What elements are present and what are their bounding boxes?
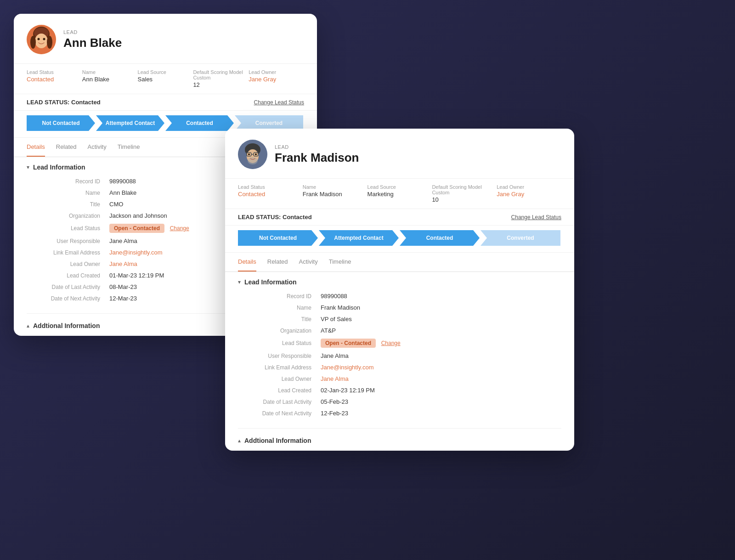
change-status-button[interactable]: Change: [170, 225, 189, 232]
field-label-user-responsible: User Responsible: [238, 353, 321, 359]
field-label-email: Link Email Address: [27, 249, 109, 256]
field-label-title: Title: [238, 316, 321, 322]
avatar: [238, 140, 267, 169]
additional-info-title: Addtional Information: [244, 437, 311, 444]
meta-lead-status-value[interactable]: Contacted: [27, 76, 82, 83]
field-label-record-id: Record ID: [238, 293, 321, 300]
meta-scoring-value: 10: [432, 196, 497, 203]
meta-name-label: Name: [82, 69, 138, 75]
field-value-lead-owner[interactable]: Jane Alma: [321, 375, 561, 382]
lead-info-title: Lead Information: [33, 164, 85, 171]
meta-owner: Lead Owner Jane Gray: [249, 69, 304, 88]
lead-name: Frank Madison: [275, 151, 359, 165]
field-label-organization: Organization: [27, 213, 109, 219]
tab-timeline[interactable]: Timeline: [118, 138, 140, 157]
lead-name: Ann Blake: [63, 36, 122, 50]
table-row: Lead Owner Jane Alma: [238, 373, 561, 385]
meta-name-value: Ann Blake: [82, 76, 138, 83]
tabs: Details Related Activity Timeline: [225, 253, 574, 272]
meta-lead-source-label: Lead Source: [368, 184, 432, 190]
table-row: Record ID 98990088: [238, 290, 561, 302]
pipeline-step-not-contacted[interactable]: Not Contacted: [238, 230, 318, 246]
field-label-lead-status: Lead Status: [238, 340, 321, 346]
pipeline-step-converted[interactable]: Converted: [481, 230, 560, 246]
lead-card-frank: LEAD Frank Madison Lead Status Contacted…: [225, 129, 574, 451]
field-label-name: Name: [238, 305, 321, 311]
svg-point-7: [47, 36, 52, 49]
meta-owner-value[interactable]: Jane Gray: [249, 76, 304, 83]
table-row: Organization AT&P: [238, 325, 561, 336]
tab-timeline[interactable]: Timeline: [329, 253, 351, 272]
table-row: Name Frank Madison: [238, 302, 561, 313]
card-header: LEAD Frank Madison: [225, 129, 574, 179]
lead-label: LEAD: [275, 144, 359, 150]
field-label-title: Title: [27, 201, 109, 208]
pipeline-step-attempted[interactable]: Attempted Contact: [319, 230, 399, 246]
tab-related[interactable]: Related: [56, 138, 77, 157]
table-row: Date of Next Activity 12-Feb-23: [238, 407, 561, 419]
pipeline: Not Contacted Attempted Contact Contacte…: [225, 226, 574, 253]
field-label-last-activity: Date of Last Activity: [238, 399, 321, 405]
meta-row: Lead Status Contacted Name Frank Madison…: [225, 179, 574, 209]
lead-details-table: Record ID 98990088 Name Frank Madison Ti…: [225, 290, 574, 426]
tab-activity[interactable]: Activity: [299, 253, 318, 272]
lead-info-title: Lead Information: [244, 278, 297, 286]
meta-scoring: Default Scoring Model Custom 12: [193, 69, 249, 88]
meta-scoring-value: 12: [193, 81, 249, 88]
field-value-email[interactable]: Jane@insightly.com: [321, 364, 561, 371]
meta-lead-status-value[interactable]: Contacted: [238, 191, 303, 198]
status-bar-text: LEAD STATUS: Contacted: [27, 99, 101, 106]
chevron-down-icon: ▾: [238, 279, 241, 285]
tab-related[interactable]: Related: [267, 253, 288, 272]
divider: [238, 428, 561, 429]
change-status-button[interactable]: Change: [381, 340, 401, 346]
meta-lead-source-value: Sales: [138, 76, 193, 83]
svg-point-6: [30, 36, 36, 49]
meta-owner-value[interactable]: Jane Gray: [497, 191, 561, 198]
change-lead-status-link[interactable]: Change Lead Status: [511, 214, 561, 221]
header-info: LEAD Frank Madison: [275, 144, 359, 165]
field-label-lead-created: Lead Created: [27, 272, 109, 279]
avatar: [27, 25, 56, 54]
pipeline-step-contacted[interactable]: Contacted: [165, 115, 234, 131]
field-label-user-responsible: User Responsible: [27, 238, 109, 244]
tab-details[interactable]: Details: [27, 138, 45, 157]
header-info: LEAD Ann Blake: [63, 29, 122, 50]
meta-name: Name Ann Blake: [82, 69, 138, 88]
meta-owner: Lead Owner Jane Gray: [497, 184, 561, 203]
meta-lead-status-label: Lead Status: [238, 184, 303, 190]
additional-info-title: Addtional Information: [33, 322, 100, 329]
chevron-down-icon: ▾: [27, 164, 29, 170]
tab-details[interactable]: Details: [238, 253, 256, 272]
table-row: Title VP of Sales: [238, 313, 561, 325]
pipeline-step-not-contacted[interactable]: Not Contacted: [27, 115, 95, 131]
field-label-next-activity: Date of Next Activity: [238, 410, 321, 417]
field-label-lead-created: Lead Created: [238, 387, 321, 394]
pipeline-step-attempted[interactable]: Attempted Contact: [96, 115, 164, 131]
status-bar: LEAD STATUS: Contacted Change Lead Statu…: [225, 209, 574, 226]
table-row: User Responsible Jane Alma: [238, 350, 561, 362]
pipeline-step-contacted[interactable]: Contacted: [400, 230, 480, 246]
change-lead-status-link[interactable]: Change Lead Status: [254, 99, 304, 106]
field-value-record-id: 98990088: [321, 293, 561, 300]
meta-name: Name Frank Madison: [303, 184, 368, 203]
meta-scoring-label: Default Scoring Model Custom: [432, 184, 497, 195]
field-value-name: Frank Madison: [321, 304, 561, 311]
meta-lead-source-label: Lead Source: [138, 69, 193, 75]
meta-lead-source: Lead Source Sales: [138, 69, 193, 88]
tab-activity[interactable]: Activity: [88, 138, 107, 157]
field-label-record-id: Record ID: [27, 178, 109, 185]
meta-name-label: Name: [303, 184, 368, 190]
meta-scoring: Default Scoring Model Custom 10: [432, 184, 497, 203]
status-bar: LEAD STATUS: Contacted Change Lead Statu…: [14, 94, 317, 111]
field-value-next-activity: 12-Feb-23: [321, 410, 561, 417]
meta-lead-status: Lead Status Contacted: [238, 184, 303, 203]
field-value-lead-created: 02-Jan-23 12:19 PM: [321, 387, 561, 394]
svg-point-4: [38, 38, 40, 40]
lead-label: LEAD: [63, 29, 122, 35]
lead-info-section-header[interactable]: ▾ Lead Information: [225, 272, 574, 290]
field-label-organization: Organization: [238, 328, 321, 334]
field-value-lead-status: Open - Contacted Change: [321, 339, 561, 348]
status-badge: Open - Contacted: [109, 224, 164, 233]
additional-info-section[interactable]: ▴ Addtional Information: [225, 430, 574, 451]
